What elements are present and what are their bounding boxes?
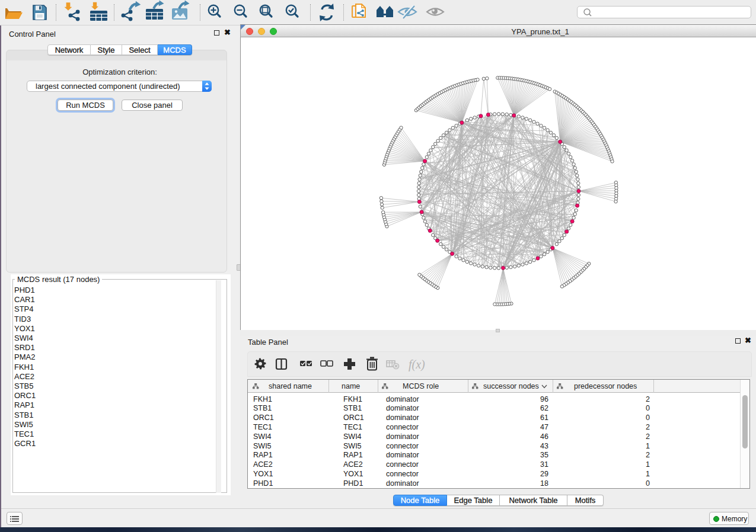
svg-text:f(x): f(x) <box>409 358 425 371</box>
